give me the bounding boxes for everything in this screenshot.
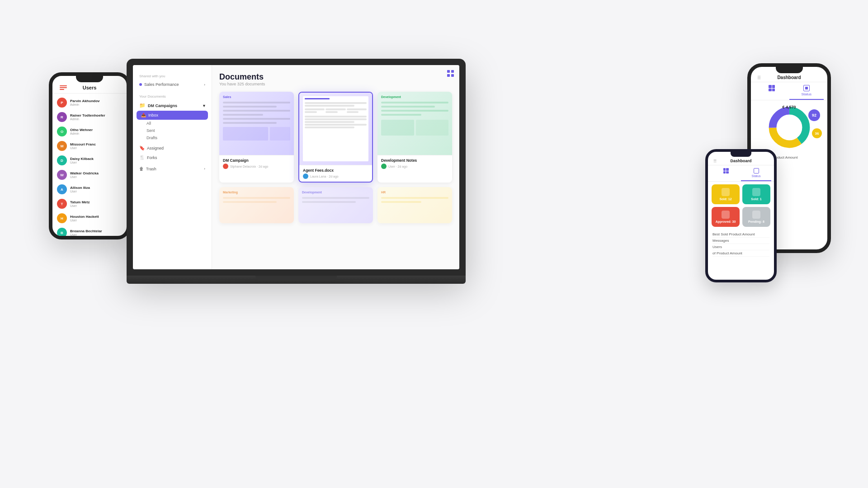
tile-pending[interactable]: Pending: 8 — [742, 207, 770, 227]
doc-card-yellow[interactable]: HR — [377, 187, 452, 223]
user-role: User — [70, 161, 94, 164]
laptop: Shared with you Sales Performance › Your… — [127, 59, 466, 294]
user-avatar: P — [57, 98, 67, 108]
sidebar-drafts[interactable]: Drafts — [133, 134, 212, 141]
dot-icon — [139, 83, 142, 86]
tile-sold-12[interactable]: Sold: 12 — [712, 184, 740, 204]
card-footer: DM Campaign Stphane Delacroix · 2d ago — [219, 155, 294, 172]
user-item[interactable]: P Parvin Akhundov Admin — [52, 95, 127, 110]
user-avatar: T — [57, 199, 67, 209]
user-role: User — [70, 219, 99, 222]
shared-label: Shared with you — [133, 72, 212, 80]
back-dash-tabs: Status — [751, 82, 827, 100]
user-item[interactable]: D Daisy Kilback User — [52, 153, 127, 168]
user-info: Parvin Akhundov Admin — [70, 99, 100, 107]
back-donut-wrap: € 4,570 92 36 — [751, 100, 827, 155]
user-avatar: A — [57, 184, 67, 194]
your-docs-label: Your Documents — [133, 93, 212, 100]
svg-rect-3 — [451, 74, 454, 77]
sidebar-inbox[interactable]: 📥 Inbox — [137, 111, 208, 120]
front-phone-title: Dashboard — [730, 159, 751, 163]
tile-label-sold: Sold: 12 — [719, 197, 731, 201]
back-phone-title: Dashboard — [777, 75, 801, 80]
front-tab-status[interactable]: Status — [741, 165, 771, 181]
sidebar-trash[interactable]: 🗑 Trash › — [133, 164, 212, 174]
tile-icon-sold — [722, 188, 730, 196]
back-phone-notch — [776, 67, 803, 73]
user-item[interactable]: H Houston Hackett User — [52, 211, 127, 225]
card-name: DM Campaign — [223, 158, 290, 163]
doc-sidebar: Shared with you Sales Performance › Your… — [133, 65, 212, 269]
laptop-body: Shared with you Sales Performance › Your… — [127, 59, 466, 276]
doc-main: Documents You have 325 documents Sales — [212, 65, 459, 269]
laptop-base-inner — [255, 276, 337, 280]
tile-label-approved: Approved: 30 — [716, 220, 736, 223]
grid-toggle[interactable] — [447, 70, 455, 80]
user-name: Tatum Metz — [70, 200, 90, 205]
card-tag-6: HR — [381, 191, 448, 194]
back-tab-status[interactable]: Status — [789, 82, 824, 100]
front-tiles: Sold: 12 Sold: 1 Approved: 30 Pending: 8 — [708, 182, 774, 230]
user-item[interactable]: T Tatum Metz User — [52, 197, 127, 211]
user-name: Parvin Akhundov — [70, 99, 100, 103]
tile-approved[interactable]: Approved: 30 — [712, 207, 740, 227]
doc-card-marketing[interactable]: Marketing — [219, 187, 294, 223]
laptop-screen: Shared with you Sales Performance › Your… — [133, 65, 459, 269]
user-info: Walker Ondricka User — [70, 171, 99, 179]
info-item-4: of Product Amount — [712, 250, 769, 257]
user-name: Allison Iliza — [70, 186, 90, 190]
back-phone-header: ☰ Dashboard — [751, 73, 827, 82]
user-info: Rainer Todtenhoefer Admin — [70, 113, 105, 121]
svg-rect-1 — [451, 70, 454, 73]
tile-icon-teal — [752, 188, 760, 196]
tile-label-teal: Sold: 1 — [751, 197, 761, 201]
doc-card-dev2[interactable]: Development — [298, 187, 373, 223]
doc-card-development[interactable]: Development Development Notes — [377, 92, 452, 183]
card-meta-2: Laura Lana · 2d ago — [303, 174, 368, 179]
user-item[interactable]: A Allison Iliza User — [52, 182, 127, 197]
tile-sold-1[interactable]: Sold: 1 — [742, 184, 770, 204]
back-tab-grid[interactable] — [755, 82, 789, 100]
user-item[interactable]: R Rainer Todtenhoefer Admin — [52, 110, 127, 124]
card-meta-3: User · 2d ago — [381, 164, 448, 169]
user-item[interactable]: M Missouri Franc User — [52, 139, 127, 153]
user-role: User — [70, 146, 96, 150]
user-item[interactable]: O Otho Wehner Admin — [52, 124, 127, 139]
sidebar-all[interactable]: All — [133, 120, 212, 127]
user-role: Admin — [70, 117, 105, 121]
doc-title: Documents — [219, 72, 452, 82]
user-avatar: O — [57, 127, 67, 136]
phone-title: Users — [83, 85, 97, 90]
tile-icon-approved — [722, 211, 730, 219]
phone-header: Users — [52, 82, 127, 94]
svg-point-7 — [777, 115, 802, 140]
user-info: Tatum Metz User — [70, 200, 90, 208]
user-info: Allison Iliza User — [70, 186, 90, 193]
user-role: User — [70, 175, 99, 178]
sidebar-dm-campaigns[interactable]: 📁 DM Campaigns ▾ — [133, 100, 212, 111]
user-item[interactable]: W Walker Ondricka User — [52, 168, 127, 182]
user-name: Rainer Todtenhoefer — [70, 113, 105, 118]
tile-label-pending: Pending: 8 — [748, 220, 764, 223]
sidebar-sales-performance[interactable]: Sales Performance › — [133, 80, 212, 89]
user-info: Breanna Bechtelar User — [70, 229, 102, 237]
sidebar-sent[interactable]: Sent — [133, 127, 212, 134]
svg-rect-2 — [447, 74, 450, 77]
doc-card-agent-fees[interactable]: Agent Fees.docx Laura Lana · 2d ago — [298, 92, 373, 183]
sidebar-forks[interactable]: 🍴 Forks — [133, 153, 212, 162]
sidebar-assigned[interactable]: 🔖 Assigned — [133, 143, 212, 153]
user-role: User — [70, 233, 102, 236]
user-avatar: H — [57, 213, 67, 223]
user-role: User — [70, 204, 90, 207]
card-footer-2: Agent Fees.docx Laura Lana · 2d ago — [299, 165, 372, 182]
user-name: Daisy Kilback — [70, 157, 94, 161]
front-tab-grid[interactable] — [711, 165, 741, 181]
info-item-3: Users — [712, 244, 769, 250]
card-tag-5: Development — [302, 191, 369, 194]
card-name-2: Agent Fees.docx — [303, 168, 368, 173]
user-role: Admin — [70, 103, 100, 106]
user-avatar: W — [57, 170, 67, 180]
doc-grid: Sales — [219, 92, 452, 223]
user-item[interactable]: B Breanna Bechtelar User — [52, 225, 127, 239]
doc-card-dm-campaign[interactable]: Sales — [219, 92, 294, 183]
